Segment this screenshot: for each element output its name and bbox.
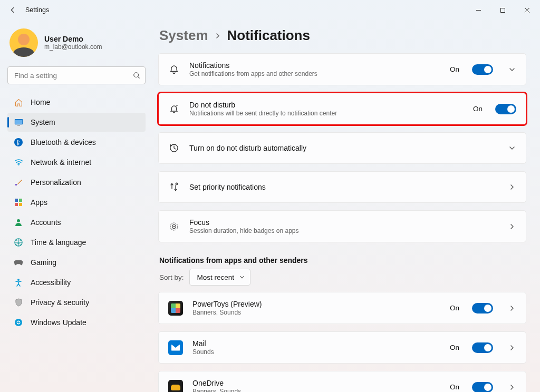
sort-value: Most recent	[197, 273, 235, 281]
app-sub: Banners, Sounds	[192, 309, 440, 316]
maximize-button[interactable]	[490, 2, 515, 18]
nav-label: Windows Update	[31, 318, 86, 327]
app-sub: Sounds	[192, 348, 440, 356]
nav-bluetooth[interactable]: Bluetooth & devices	[7, 133, 146, 152]
nav-home[interactable]: Home	[7, 93, 146, 112]
toggle-state: On	[450, 344, 459, 351]
svg-point-6	[18, 164, 19, 165]
bluetooth-icon	[14, 138, 23, 147]
chevron-right-icon[interactable]	[508, 223, 516, 230]
toggle-state: On	[473, 105, 483, 113]
accessibility-icon	[14, 278, 23, 287]
nav-label: Gaming	[31, 258, 56, 267]
shield-icon	[14, 298, 23, 307]
app-toggle[interactable]	[472, 382, 493, 393]
profile[interactable]: User Demo m_lab@outlook.com	[7, 25, 146, 66]
card-title: Notifications	[189, 61, 440, 70]
sidebar: User Demo m_lab@outlook.com Home System …	[0, 20, 153, 392]
nav-label: System	[31, 118, 55, 126]
chevron-right-icon[interactable]	[508, 345, 516, 351]
nav: Home System Bluetooth & devices Network …	[7, 93, 146, 332]
nav-apps[interactable]: Apps	[7, 193, 146, 212]
gamepad-icon	[14, 258, 23, 267]
titlebar: Settings	[0, 0, 540, 20]
toggle-state: On	[450, 304, 459, 312]
svg-rect-9	[19, 199, 22, 202]
search-input[interactable]	[7, 66, 146, 84]
svg-rect-4	[17, 125, 20, 125]
sort-row: Sort by: Most recent	[158, 269, 526, 286]
nav-privacy[interactable]: Privacy & security	[7, 293, 146, 312]
avatar	[9, 28, 38, 57]
chevron-right-icon[interactable]	[508, 305, 516, 311]
update-icon	[14, 318, 23, 327]
svg-point-15	[15, 319, 22, 326]
brush-icon	[14, 178, 23, 187]
app-row-powertoys[interactable]: PowerToys (Preview) Banners, Sounds On	[158, 292, 526, 324]
bell-icon	[168, 64, 180, 75]
app-name: Mail	[192, 339, 440, 348]
back-button[interactable]	[5, 3, 20, 17]
app-name: OneDrive	[192, 379, 440, 387]
card-title: Set priority notifications	[189, 183, 493, 191]
svg-rect-11	[19, 203, 22, 206]
chevron-right-icon[interactable]	[508, 184, 516, 190]
svg-point-22	[173, 226, 175, 227]
nav-network[interactable]: Network & internet	[7, 153, 146, 172]
wifi-icon	[14, 158, 23, 167]
app-toggle[interactable]	[472, 303, 493, 313]
sort-select[interactable]: Most recent	[189, 269, 251, 286]
breadcrumb-parent[interactable]: System	[159, 27, 208, 44]
home-icon	[14, 97, 23, 107]
app-name: PowerToys (Preview)	[192, 300, 440, 308]
svg-rect-10	[15, 203, 18, 206]
toggle-state: On	[450, 65, 459, 73]
card-priority[interactable]: Set priority notifications	[158, 171, 526, 203]
nav-label: Time & language	[31, 238, 86, 247]
globe-clock-icon	[14, 238, 23, 247]
main-content: System Notifications Notifications Get n…	[153, 20, 540, 392]
app-row-mail[interactable]: Mail Sounds On	[158, 331, 526, 364]
minimize-button[interactable]	[466, 2, 490, 18]
sort-label: Sort by:	[159, 273, 184, 281]
chevron-down-icon[interactable]	[508, 66, 516, 73]
app-sub: Banners, Sounds	[192, 388, 440, 392]
nav-label: Accessibility	[31, 278, 71, 287]
nav-accounts[interactable]: Accounts	[7, 213, 146, 232]
apps-icon	[14, 198, 23, 207]
chevron-down-icon[interactable]	[508, 145, 516, 151]
svg-point-1	[134, 73, 139, 77]
app-icon-powertoys	[168, 301, 183, 316]
svg-rect-3	[15, 120, 22, 124]
chevron-right-icon[interactable]	[508, 384, 516, 390]
card-subtitle: Session duration, hide badges on apps	[189, 227, 493, 234]
search-field[interactable]	[7, 66, 146, 84]
nav-gaming[interactable]: Gaming	[7, 253, 146, 272]
nav-time[interactable]: Time & language	[7, 233, 146, 252]
card-do-not-disturb[interactable]: zz Do not disturb Notifications will be …	[158, 93, 526, 125]
nav-accessibility[interactable]: Accessibility	[7, 273, 146, 292]
app-toggle[interactable]	[472, 342, 493, 353]
dnd-toggle[interactable]	[495, 104, 516, 114]
focus-icon	[168, 221, 180, 232]
close-button[interactable]	[515, 2, 539, 18]
profile-email: m_lab@outlook.com	[44, 43, 102, 51]
toggle-state: On	[450, 383, 459, 391]
svg-text:z: z	[177, 104, 178, 106]
app-row-onedrive[interactable]: OneDrive Banners, Sounds On	[158, 371, 526, 392]
svg-rect-0	[500, 8, 505, 12]
priority-icon	[168, 182, 180, 192]
card-dnd-auto[interactable]: Turn on do not disturb automatically	[158, 132, 526, 164]
nav-update[interactable]: Windows Update	[7, 313, 146, 332]
card-focus[interactable]: Focus Session duration, hide badges on a…	[158, 210, 526, 242]
nav-personalization[interactable]: Personalization	[7, 173, 146, 192]
card-subtitle: Get notifications from apps and other se…	[189, 70, 440, 77]
person-icon	[14, 218, 23, 227]
dnd-bell-icon: zz	[168, 104, 180, 114]
nav-system[interactable]: System	[7, 113, 146, 132]
notifications-toggle[interactable]	[472, 64, 493, 75]
card-notifications[interactable]: Notifications Get notifications from app…	[158, 53, 526, 85]
window-buttons	[466, 2, 539, 18]
svg-point-14	[17, 279, 20, 281]
card-title: Do not disturb	[189, 101, 464, 109]
